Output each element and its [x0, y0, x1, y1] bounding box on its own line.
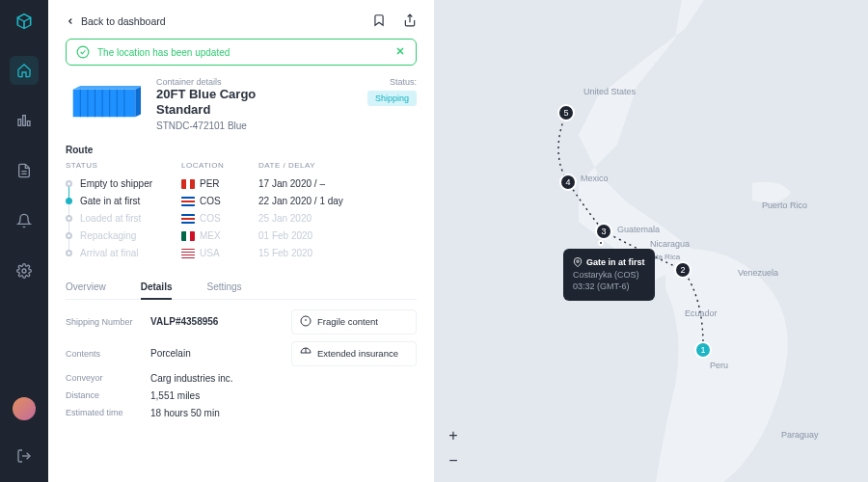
svg-rect-2 — [27, 121, 30, 126]
detail-label: Conveyor — [66, 373, 143, 383]
route-title: Route — [66, 145, 417, 155]
route-status: Arrival at final — [80, 248, 139, 258]
nav-analytics[interactable] — [10, 106, 39, 135]
user-avatar[interactable] — [13, 397, 36, 420]
map-pin-2[interactable]: 2 — [674, 261, 692, 279]
map-tooltip: Gate in at first Costaryka (COS) 03:32 (… — [563, 249, 655, 301]
detail-panel: Back to dashboard The location has been … — [48, 0, 434, 482]
tooltip-sub2: 03:32 (GMT-6) — [573, 281, 645, 293]
flag-icon — [181, 214, 195, 224]
route-status: Gate in at first — [80, 196, 140, 206]
route-location: MEX — [181, 230, 258, 241]
chip-label: Fragile content — [317, 316, 378, 327]
insurance-icon — [300, 347, 312, 361]
back-to-dashboard[interactable]: Back to dashboard — [66, 15, 166, 27]
col-status: STATUS — [66, 161, 181, 170]
container-meta: Container details 20FT Blue Cargo Standa… — [156, 77, 256, 131]
route-row[interactable]: Empty to shipperPER17 Jan 2020 / – — [66, 175, 417, 193]
route-dot — [66, 180, 72, 187]
route-status: Loaded at first — [80, 213, 141, 224]
map-landmass — [434, 0, 868, 482]
map-zoom: + − — [444, 426, 463, 470]
svg-rect-1 — [23, 116, 26, 126]
svg-rect-0 — [18, 120, 21, 126]
route-status: Repackaging — [80, 230, 136, 241]
map-pin-4[interactable]: 4 — [559, 174, 577, 191]
detail-label: Estimated time — [66, 408, 143, 417]
container-name-2: Standard — [156, 102, 256, 118]
route-dot — [66, 198, 72, 204]
map-pin-3[interactable]: 3 — [595, 223, 612, 240]
detail-label: Shipping Number — [66, 317, 143, 327]
route-dot — [66, 232, 72, 239]
route-date: 22 Jan 2020 / 1 day — [258, 196, 417, 206]
nav-notifications[interactable] — [10, 206, 39, 235]
route-dot — [66, 250, 72, 256]
tab-overview[interactable]: Overview — [66, 276, 106, 299]
container-image — [66, 77, 143, 129]
route-row[interactable]: Loaded at firstCOS25 Jan 2020 — [66, 210, 417, 228]
svg-point-4 — [77, 46, 89, 58]
detail-value: Carg industries inc. — [150, 373, 284, 384]
pin-icon — [573, 257, 583, 267]
route-location: COS — [181, 213, 258, 224]
tooltip-sub1: Costaryka (COS) — [573, 269, 645, 281]
route-date: 15 Feb 2020 — [258, 248, 417, 258]
app-logo — [14, 12, 34, 35]
tooltip-title: Gate in at first — [586, 256, 645, 269]
container-code: STNDC-472101 Blue — [156, 120, 256, 131]
tab-settings[interactable]: Settings — [206, 276, 241, 299]
svg-point-17 — [577, 260, 580, 263]
svg-rect-5 — [73, 90, 136, 118]
nav-logout[interactable] — [10, 442, 39, 470]
status-label: Status: — [367, 77, 417, 87]
flag-icon — [181, 231, 195, 241]
back-label: Back to dashboard — [81, 15, 166, 27]
col-location: LOCATION — [181, 161, 258, 170]
route-row[interactable]: RepackagingMEX01 Feb 2020 — [66, 228, 417, 245]
route-date: 01 Feb 2020 — [258, 230, 417, 241]
notice-text: The location has been updated — [97, 47, 230, 58]
flag-icon — [181, 197, 195, 206]
detail-label: Distance — [66, 390, 143, 400]
svg-marker-6 — [73, 86, 141, 90]
route-list: Empty to shipperPER17 Jan 2020 / –Gate i… — [66, 175, 417, 262]
nav-documents[interactable] — [10, 156, 39, 185]
route-row[interactable]: Arrival at finalUSA15 Feb 2020 — [66, 245, 417, 262]
location-updated-notice: The location has been updated — [66, 39, 417, 66]
route-date: 25 Jan 2020 — [258, 213, 417, 224]
detail-tabs: Overview Details Settings — [66, 276, 417, 300]
route-status: Empty to shipper — [80, 178, 152, 189]
share-icon[interactable] — [403, 13, 417, 29]
detail-value: VALP#4358956 — [150, 316, 284, 327]
nav-home[interactable] — [10, 56, 39, 85]
zoom-in-button[interactable]: + — [444, 426, 463, 445]
svg-marker-7 — [135, 86, 141, 117]
route-row[interactable]: Gate in at firstCOS22 Jan 2020 / 1 day — [66, 193, 417, 210]
route-location: PER — [181, 178, 258, 189]
container-status: Status: Shipping — [367, 77, 417, 131]
bookmark-icon[interactable] — [372, 13, 386, 29]
tab-details[interactable]: Details — [141, 276, 173, 300]
detail-chip: Extended insurance — [291, 341, 417, 366]
sidebar — [0, 0, 48, 482]
panel-header: Back to dashboard — [66, 13, 417, 29]
notice-dismiss[interactable] — [394, 45, 406, 59]
route-location: USA — [181, 248, 258, 258]
detail-value: 18 hours 50 min — [150, 408, 284, 418]
container-name-1: 20FT Blue Cargo — [156, 87, 256, 102]
zoom-out-button[interactable]: − — [444, 451, 463, 470]
route-location: COS — [181, 196, 258, 206]
map-pin-1[interactable]: 1 — [694, 341, 712, 359]
check-circle-icon — [76, 45, 90, 59]
details-grid: Shipping NumberVALP#4358956Fragile conte… — [66, 309, 417, 418]
nav-settings[interactable] — [10, 256, 39, 285]
flag-icon — [181, 179, 195, 189]
container-card: Container details 20FT Blue Cargo Standa… — [66, 77, 417, 131]
col-date: DATE / DELAY — [258, 161, 417, 170]
detail-label: Contents — [66, 349, 143, 359]
route-map[interactable]: United States Mexico Guatemala Nicaragua… — [434, 0, 868, 482]
fragile-icon — [300, 315, 312, 329]
container-eyebrow: Container details — [156, 77, 256, 87]
map-pin-5[interactable]: 5 — [557, 104, 575, 121]
